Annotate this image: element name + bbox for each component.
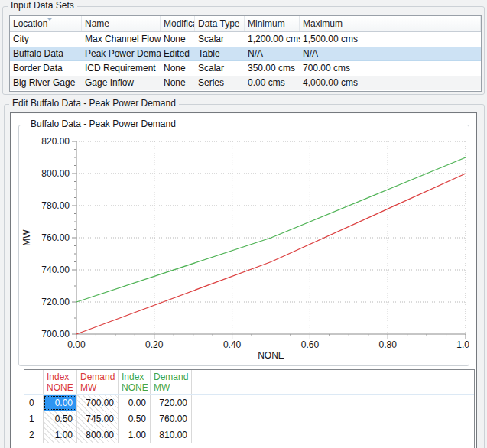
row-header[interactable]: 0 (24, 395, 44, 411)
edit-data-table[interactable]: Index NONEDemand MWIndex NONEDemand MW00… (24, 369, 475, 448)
column-header-red-demand[interactable]: Demand MW (77, 370, 119, 394)
cell-name: Max Channel Flow (82, 32, 161, 47)
data-cell[interactable]: 1.00 (119, 427, 151, 443)
svg-text:1.00: 1.00 (456, 339, 469, 350)
edit-groupbox-title: Edit Buffalo Data - Peak Power Demand (9, 98, 179, 109)
table-row-city[interactable]: CityMax Channel FlowNoneScalar1,200.00 c… (10, 32, 481, 47)
cell-data_type: Series (195, 76, 245, 90)
data-cell[interactable]: 810.00 (151, 427, 192, 443)
data-cell[interactable]: 0.00 (119, 395, 151, 411)
column-header-green-demand[interactable]: Demand MW (151, 370, 192, 394)
svg-text:800.00: 800.00 (41, 168, 70, 179)
cell-name: Peak Power Demand (82, 47, 161, 61)
cell-location: Big River Gage (10, 76, 82, 90)
sort-indicator-icon (47, 18, 53, 21)
column-header-modifica[interactable]: Modifica (161, 16, 195, 31)
cell-maximum: N/A (300, 47, 481, 61)
input-data-sets-title: Input Data Sets (8, 0, 77, 11)
cell-data_type: Scalar (195, 61, 245, 76)
svg-text:0.80: 0.80 (379, 339, 398, 350)
svg-text:0.00: 0.00 (67, 339, 86, 350)
cell-maximum: 1,500.00 cms (300, 32, 481, 47)
edit-table-header-row: Index NONEDemand MWIndex NONEDemand MW (24, 370, 474, 395)
row-filler (192, 395, 474, 411)
series-line-green (76, 157, 466, 302)
cell-minimum: N/A (245, 47, 300, 61)
svg-text:760.00: 760.00 (41, 232, 70, 243)
row-header[interactable]: 1 (24, 411, 44, 427)
cell-modification: None (161, 76, 195, 90)
edit-table-row-2: 21.00800.001.00810.00 (24, 427, 474, 443)
input-table-header-row: LocationNameModificaData TypeMinimumMaxi… (10, 16, 481, 32)
data-cell[interactable]: 745.00 (77, 411, 119, 427)
series-line-red (76, 174, 466, 334)
data-cell[interactable]: 0.50 (44, 411, 77, 427)
cell-modification: Edited (161, 47, 195, 61)
column-header-green-index[interactable]: Index NONE (119, 370, 151, 394)
table-row-border-data[interactable]: Border DataICD RequirementNoneScalar350.… (10, 61, 481, 76)
svg-text:0.40: 0.40 (223, 339, 242, 350)
cell-location: City (10, 32, 82, 47)
column-header-red-index[interactable]: Index NONE (44, 370, 77, 394)
data-cell[interactable]: 0.50 (119, 411, 151, 427)
row-header[interactable]: 2 (24, 427, 44, 443)
cell-name: Gage Inflow (82, 76, 161, 90)
table-row-buffalo-data[interactable]: Buffalo DataPeak Power DemandEditedTable… (10, 47, 481, 61)
data-cell[interactable]: 720.00 (151, 395, 192, 411)
data-cell[interactable]: 800.00 (77, 427, 119, 443)
input-table-body: CityMax Channel FlowNoneScalar1,200.00 c… (10, 32, 481, 90)
cell-name: ICD Requirement (82, 61, 161, 76)
svg-text:700.00: 700.00 (41, 329, 70, 339)
chart-groupbox: Buffalo Data - Peak Power Demand 700.007… (18, 125, 469, 366)
table-row-big-river-gage[interactable]: Big River GageGage InflowNoneSeries0.00 … (10, 76, 481, 90)
svg-text:740.00: 740.00 (41, 265, 70, 275)
column-header-name[interactable]: Name (82, 16, 161, 31)
cell-minimum: 350.00 cms (245, 61, 300, 76)
data-cell[interactable]: 700.00 (77, 395, 119, 411)
svg-text:720.00: 720.00 (41, 297, 70, 307)
data-cell[interactable]: 0.00 (44, 395, 77, 411)
column-header-minimum[interactable]: Minimum (245, 16, 300, 31)
data-set-editor-window: Input Data Sets LocationNameModificaData… (0, 0, 487, 448)
cell-location: Buffalo Data (10, 47, 82, 61)
data-cell[interactable]: 1.00 (44, 427, 77, 443)
cell-minimum: 0.00 cms (245, 76, 300, 90)
edit-table-row-1: 10.50745.000.50760.00 (24, 411, 474, 427)
cell-minimum: 1,200.00 cms (245, 32, 300, 47)
cell-data_type: Scalar (195, 32, 245, 47)
column-header-maximum[interactable]: Maximum (300, 16, 481, 31)
input-data-sets-table[interactable]: LocationNameModificaData TypeMinimumMaxi… (9, 15, 482, 92)
cell-maximum: 4,000.00 cms (300, 76, 481, 90)
svg-text:NONE: NONE (258, 350, 284, 361)
svg-text:MW: MW (21, 229, 32, 246)
cell-maximum: 700.00 cms (300, 61, 481, 76)
row-filler (192, 427, 474, 443)
column-header-location[interactable]: Location (10, 16, 82, 31)
cell-modification: None (161, 61, 195, 76)
row-filler (192, 411, 474, 427)
cell-modification: None (161, 32, 195, 47)
cell-data_type: Table (195, 47, 245, 61)
corner-cell (24, 370, 44, 394)
edit-table-row-0: 00.00700.000.00720.00 (24, 395, 474, 411)
column-header-data-type[interactable]: Data Type (195, 16, 245, 31)
cell-location: Border Data (10, 61, 82, 76)
svg-text:0.60: 0.60 (301, 339, 320, 350)
svg-text:0.20: 0.20 (145, 339, 164, 350)
demand-line-chart: 700.00720.00740.00760.00780.00800.00820.… (19, 125, 469, 365)
data-cell[interactable]: 760.00 (151, 411, 192, 427)
header-filler (192, 370, 474, 394)
svg-text:780.00: 780.00 (41, 200, 70, 211)
svg-text:820.00: 820.00 (41, 136, 70, 147)
